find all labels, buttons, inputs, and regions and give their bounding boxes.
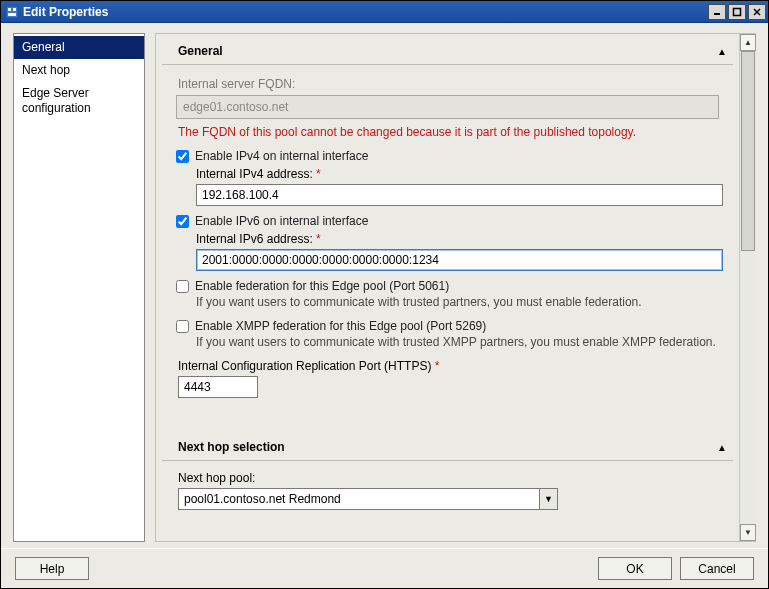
fqdn-error-text: The FQDN of this pool cannot be changed … — [178, 125, 719, 139]
section-title: Next hop selection — [178, 440, 285, 454]
enable-ipv4-label: Enable IPv4 on internal interface — [195, 149, 368, 163]
ipv4-row: Enable IPv4 on internal interface — [176, 149, 723, 163]
app-icon — [5, 5, 19, 19]
required-marker: * — [435, 359, 440, 373]
dialog-footer: Help OK Cancel — [1, 548, 768, 588]
ipv6-row: Enable IPv6 on internal interface — [176, 214, 723, 228]
svg-rect-0 — [6, 6, 18, 18]
sidebar-item-label: General — [22, 40, 65, 54]
sidebar-item-general[interactable]: General — [14, 36, 144, 59]
scroll-down-button[interactable]: ▼ — [740, 524, 756, 541]
main-panel: General ▲ Internal server FQDN: edge01.c… — [155, 33, 756, 542]
nexthop-pool-value: pool01.contoso.net Redmond — [179, 489, 539, 509]
scrollbar[interactable]: ▲ ▼ — [739, 34, 756, 541]
enable-federation-checkbox[interactable] — [176, 280, 189, 293]
required-marker: * — [316, 232, 321, 246]
federation-hint: If you want users to communicate with tr… — [196, 295, 723, 309]
section-body-general: Internal server FQDN: edge01.contoso.net… — [162, 65, 733, 408]
enable-xmpp-checkbox[interactable] — [176, 320, 189, 333]
chevron-up-icon: ▲ — [717, 46, 727, 57]
section-body-nexthop: Next hop pool: pool01.contoso.net Redmon… — [162, 461, 733, 520]
dialog-body: General Next hop Edge Server configurati… — [1, 23, 768, 548]
sidebar-item-nexthop[interactable]: Next hop — [14, 59, 144, 82]
svg-rect-5 — [734, 8, 741, 15]
fqdn-input-disabled: edge01.contoso.net — [176, 95, 719, 119]
sidebar: General Next hop Edge Server configurati… — [13, 33, 145, 542]
xmpp-hint: If you want users to communicate with tr… — [196, 335, 723, 349]
repl-port-input[interactable] — [178, 376, 258, 398]
window-buttons — [708, 4, 766, 20]
chevron-up-icon: ▲ — [717, 442, 727, 453]
fqdn-label: Internal server FQDN: — [178, 77, 723, 91]
repl-port-label: Internal Configuration Replication Port … — [178, 359, 431, 373]
federation-row: Enable federation for this Edge pool (Po… — [176, 279, 723, 293]
sidebar-item-edge-config[interactable]: Edge Server configuration — [14, 82, 144, 120]
ipv6-address-label: Internal IPv6 address: * — [196, 232, 723, 246]
svg-rect-2 — [13, 8, 16, 11]
enable-ipv6-checkbox[interactable] — [176, 215, 189, 228]
repl-port-label-row: Internal Configuration Replication Port … — [178, 359, 723, 373]
ipv6-subfield: Internal IPv6 address: * — [196, 232, 723, 271]
section-header-nexthop[interactable]: Next hop selection ▲ — [162, 434, 733, 461]
ipv4-address-label: Internal IPv4 address: * — [196, 167, 723, 181]
section-title: General — [178, 44, 223, 58]
ok-button[interactable]: OK — [598, 557, 672, 580]
close-button[interactable] — [748, 4, 766, 20]
ipv6-address-input[interactable] — [196, 249, 723, 271]
scroll-thumb[interactable] — [741, 51, 755, 251]
scroll-track[interactable] — [740, 51, 756, 524]
enable-ipv6-label: Enable IPv6 on internal interface — [195, 214, 368, 228]
required-marker: * — [316, 167, 321, 181]
main-scroll: General ▲ Internal server FQDN: edge01.c… — [156, 34, 739, 541]
sidebar-item-label: Next hop — [22, 63, 70, 77]
ipv6-address-label-text: Internal IPv6 address: — [196, 232, 313, 246]
help-button[interactable]: Help — [15, 557, 89, 580]
svg-rect-1 — [8, 8, 11, 11]
combo-dropdown-button[interactable]: ▼ — [539, 489, 557, 509]
titlebar: Edit Properties — [1, 1, 768, 23]
scroll-up-button[interactable]: ▲ — [740, 34, 756, 51]
window-title: Edit Properties — [23, 5, 708, 19]
section-header-general[interactable]: General ▲ — [162, 38, 733, 65]
enable-xmpp-label: Enable XMPP federation for this Edge poo… — [195, 319, 486, 333]
ipv4-address-input[interactable] — [196, 184, 723, 206]
svg-rect-3 — [8, 13, 16, 16]
enable-ipv4-checkbox[interactable] — [176, 150, 189, 163]
ipv4-address-label-text: Internal IPv4 address: — [196, 167, 313, 181]
sidebar-item-label: Edge Server configuration — [22, 86, 91, 115]
minimize-button[interactable] — [708, 4, 726, 20]
xmpp-row: Enable XMPP federation for this Edge poo… — [176, 319, 723, 333]
nexthop-pool-label: Next hop pool: — [178, 471, 723, 485]
maximize-button[interactable] — [728, 4, 746, 20]
ipv4-subfield: Internal IPv4 address: * — [196, 167, 723, 206]
enable-federation-label: Enable federation for this Edge pool (Po… — [195, 279, 449, 293]
cancel-button[interactable]: Cancel — [680, 557, 754, 580]
nexthop-pool-combo[interactable]: pool01.contoso.net Redmond ▼ — [178, 488, 558, 510]
